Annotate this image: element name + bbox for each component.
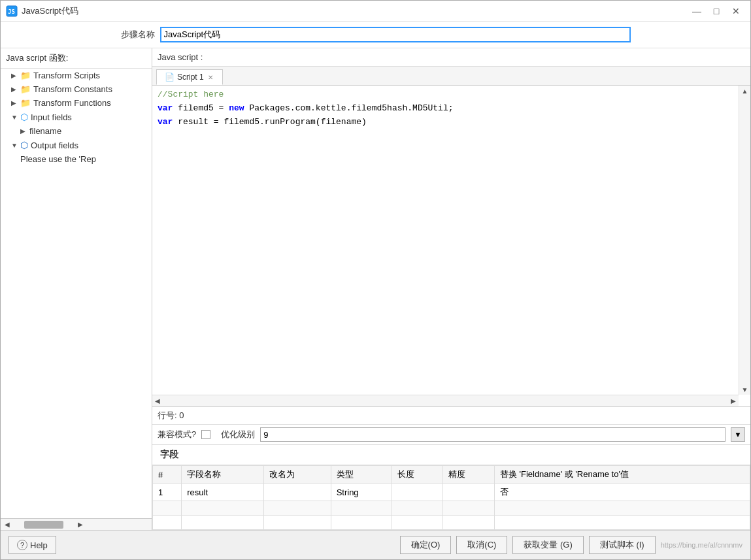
line-info-row: 行号: 0	[152, 407, 750, 425]
script-tab-close[interactable]: ✕	[207, 74, 214, 81]
code-editor: //Script here var filemd5 = new Packages…	[152, 86, 750, 407]
col-replace: 替换 'Fieldname' 或 'Rename to'值	[494, 466, 750, 484]
col-rename: 改名为	[264, 466, 331, 484]
folder-icon-constants: 📁	[20, 84, 31, 94]
code-display[interactable]: //Script here var filemd5 = new Packages…	[152, 86, 739, 395]
tree-arrow-constants: ▶	[11, 86, 19, 93]
script-tab-label: Script 1	[177, 73, 204, 82]
fields-section: 字段 # 字段名称 改名为 类型 长度 精度 替换 'Fieldname' 或 …	[152, 445, 750, 530]
code-line-3: var result = filemd5.runProgram(filename…	[158, 116, 733, 129]
script-tab-1[interactable]: 📄 Script 1 ✕	[156, 69, 223, 85]
right-panel-header: Java script :	[152, 48, 750, 67]
col-length: 长度	[392, 466, 443, 484]
main-content: Java script 函数: ▶ 📁 Transform Scripts ▶ …	[1, 48, 750, 530]
window-icon: JS	[6, 5, 18, 17]
watermark: https://bing.me/al/cnnnmv	[661, 541, 743, 549]
left-panel: Java script 函数: ▶ 📁 Transform Scripts ▶ …	[1, 48, 152, 530]
script-tab-icon: 📄	[165, 73, 175, 82]
scroll-left-h-arrow[interactable]: ◀	[152, 396, 163, 406]
code-line-1: //Script here	[158, 88, 733, 102]
table-row[interactable]: 1 result String 否	[153, 484, 750, 501]
left-panel-scrollbar[interactable]: ◀ ▶	[1, 518, 152, 530]
col-field-name: 字段名称	[182, 466, 264, 484]
col-precision: 精度	[443, 466, 495, 484]
scroll-right-arrow[interactable]: ▶	[75, 521, 86, 528]
tree-item-input-fields[interactable]: ▼ ⬡ Input fields	[1, 110, 152, 124]
cell-replace: 否	[494, 484, 750, 501]
tree-item-transform-constants[interactable]: ▶ 📁 Transform Constants	[1, 82, 152, 96]
step-name-label: 步骤名称	[121, 29, 155, 41]
tree-label-output: Output fields	[31, 140, 78, 150]
titlebar: JS JavaScript代码 — □ ✕	[1, 1, 750, 22]
scrollbar-horizontal[interactable]: ◀ ▶	[152, 395, 739, 406]
main-window: JS JavaScript代码 — □ ✕ 步骤名称 Java script 函…	[0, 0, 751, 560]
svg-text:JS: JS	[8, 8, 15, 15]
script-tabs: 📄 Script 1 ✕	[152, 67, 750, 86]
compat-label: 兼容模式?	[158, 429, 196, 440]
cell-name: result	[182, 484, 264, 501]
tree-item-output-fields[interactable]: ▼ ⬡ Output fields	[1, 138, 152, 152]
col-type: 类型	[331, 466, 392, 484]
help-button[interactable]: ? Help	[8, 536, 56, 554]
col-num: #	[153, 466, 182, 484]
footer: ? Help 确定(O) 取消(C) 获取变量 (G) 测试脚本 (I) htt…	[1, 530, 750, 559]
tree-item-transform-scripts[interactable]: ▶ 📁 Transform Scripts	[1, 69, 152, 82]
test-script-button[interactable]: 测试脚本 (I)	[589, 536, 656, 554]
tree-arrow-input: ▼	[11, 114, 19, 121]
cell-length	[392, 484, 443, 501]
output-fields-icon: ⬡	[20, 140, 28, 150]
tree-label-scripts: Transform Scripts	[33, 71, 100, 80]
ok-button[interactable]: 确定(O)	[400, 536, 452, 554]
line-number-label: 行号: 0	[158, 410, 184, 421]
tree-label-functions: Transform Functions	[33, 98, 111, 108]
scroll-left-arrow[interactable]: ◀	[2, 521, 12, 528]
step-name-input[interactable]	[160, 27, 631, 42]
close-button[interactable]: ✕	[727, 4, 745, 18]
cell-num: 1	[153, 484, 182, 501]
table-row-empty-2	[153, 516, 750, 530]
left-panel-header: Java script 函数:	[1, 48, 152, 69]
cell-precision	[443, 484, 495, 501]
cancel-button[interactable]: 取消(C)	[456, 536, 507, 554]
tree-item-please-use: Please use the 'Rep	[1, 152, 152, 166]
tree-item-transform-functions[interactable]: ▶ 📁 Transform Functions	[1, 96, 152, 110]
input-fields-icon: ⬡	[20, 112, 28, 122]
fields-table-header-row: # 字段名称 改名为 类型 长度 精度 替换 'Fieldname' 或 'Re…	[153, 466, 750, 484]
step-name-row: 步骤名称	[1, 22, 750, 48]
tree-label-input: Input fields	[31, 112, 72, 122]
window-title: JavaScript代码	[22, 5, 688, 17]
folder-icon-scripts: 📁	[20, 71, 31, 80]
scroll-right-h-arrow[interactable]: ▶	[728, 396, 739, 406]
help-icon: ?	[17, 540, 27, 550]
optimize-dropdown-btn[interactable]: ▼	[731, 427, 745, 442]
cell-type: String	[331, 484, 392, 501]
minimize-button[interactable]: —	[688, 4, 706, 18]
help-label: Help	[30, 540, 48, 550]
tree-label-constants: Transform Constants	[33, 84, 112, 94]
tree-container: ▶ 📁 Transform Scripts ▶ 📁 Transform Cons…	[1, 69, 152, 518]
maximize-button[interactable]: □	[707, 4, 726, 18]
compat-row: 兼容模式? 优化级别 ▼	[152, 425, 750, 445]
tree-arrow-output: ▼	[11, 142, 19, 149]
window-controls: — □ ✕	[688, 4, 745, 18]
fields-table: # 字段名称 改名为 类型 长度 精度 替换 'Fieldname' 或 'Re…	[152, 465, 750, 530]
tree-arrow-filename: ▶	[20, 127, 28, 135]
get-vars-button[interactable]: 获取变量 (G)	[512, 536, 583, 554]
scrollbar-vertical[interactable]: ▲ ▼	[739, 86, 750, 395]
optimize-input[interactable]	[260, 427, 726, 442]
cell-rename	[264, 484, 331, 501]
compat-checkbox[interactable]	[201, 430, 210, 439]
tree-label-please: Please use the 'Rep	[20, 154, 96, 164]
scroll-thumb[interactable]	[24, 521, 63, 529]
right-panel: Java script : 📄 Script 1 ✕ //Script here…	[152, 48, 750, 530]
tree-label-filename: filename	[29, 126, 61, 136]
fields-header: 字段	[152, 445, 750, 465]
table-row-empty-1	[153, 501, 750, 516]
scroll-down-arrow[interactable]: ▼	[740, 384, 750, 395]
tree-item-filename[interactable]: ▶ filename	[1, 124, 152, 138]
code-line-2: var filemd5 = new Packages.com.kettle.fi…	[158, 102, 733, 116]
optimize-label: 优化级别	[221, 429, 255, 440]
scroll-up-arrow[interactable]: ▲	[740, 86, 750, 96]
tree-arrow-functions: ▶	[11, 99, 19, 107]
tree-arrow-scripts: ▶	[11, 72, 19, 79]
